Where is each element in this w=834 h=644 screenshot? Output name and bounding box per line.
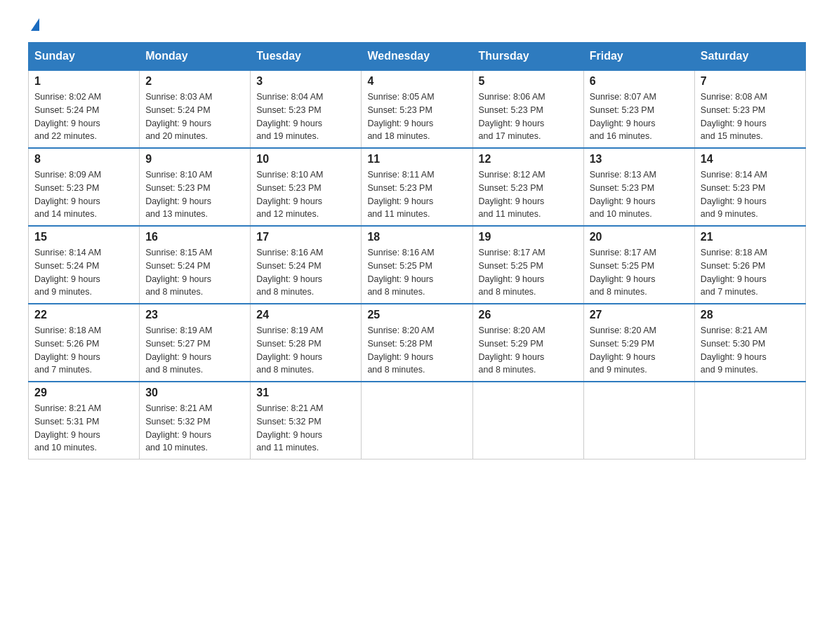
day-number: 10 (256, 153, 355, 166)
day-number: 2 (145, 75, 244, 88)
day-number: 16 (145, 231, 244, 243)
calendar-cell: 15Sunrise: 8:14 AMSunset: 5:24 PMDayligh… (29, 226, 140, 304)
day-number: 27 (590, 309, 689, 321)
day-info: Sunrise: 8:21 AMSunset: 5:30 PMDaylight:… (701, 324, 800, 377)
calendar-cell: 24Sunrise: 8:19 AMSunset: 5:28 PMDayligh… (251, 304, 362, 382)
calendar-cell: 23Sunrise: 8:19 AMSunset: 5:27 PMDayligh… (140, 304, 251, 382)
day-info: Sunrise: 8:12 AMSunset: 5:23 PMDaylight:… (479, 168, 578, 221)
day-number: 1 (34, 75, 133, 88)
day-number: 26 (479, 309, 578, 321)
calendar-cell: 30Sunrise: 8:21 AMSunset: 5:32 PMDayligh… (140, 382, 251, 459)
day-number: 14 (701, 153, 800, 166)
day-number: 21 (701, 231, 800, 243)
day-info: Sunrise: 8:17 AMSunset: 5:25 PMDaylight:… (590, 246, 689, 299)
calendar-cell: 22Sunrise: 8:18 AMSunset: 5:26 PMDayligh… (29, 304, 140, 382)
calendar-cell: 18Sunrise: 8:16 AMSunset: 5:25 PMDayligh… (362, 226, 472, 304)
col-header-monday: Monday (140, 43, 251, 71)
calendar-cell: 13Sunrise: 8:13 AMSunset: 5:23 PMDayligh… (583, 148, 694, 226)
calendar-cell: 6Sunrise: 8:07 AMSunset: 5:23 PMDaylight… (583, 70, 694, 148)
col-header-tuesday: Tuesday (251, 43, 362, 71)
day-info: Sunrise: 8:18 AMSunset: 5:26 PMDaylight:… (34, 324, 133, 377)
calendar-cell: 9Sunrise: 8:10 AMSunset: 5:23 PMDaylight… (140, 148, 251, 226)
day-info: Sunrise: 8:08 AMSunset: 5:23 PMDaylight:… (701, 90, 800, 143)
calendar-cell: 2Sunrise: 8:03 AMSunset: 5:24 PMDaylight… (140, 70, 251, 148)
day-info: Sunrise: 8:19 AMSunset: 5:28 PMDaylight:… (256, 324, 355, 377)
day-info: Sunrise: 8:16 AMSunset: 5:25 PMDaylight:… (367, 246, 466, 299)
day-number: 8 (34, 153, 133, 166)
week-row-5: 29Sunrise: 8:21 AMSunset: 5:31 PMDayligh… (29, 382, 806, 459)
week-row-4: 22Sunrise: 8:18 AMSunset: 5:26 PMDayligh… (29, 304, 806, 382)
day-number: 3 (256, 75, 355, 88)
day-info: Sunrise: 8:19 AMSunset: 5:27 PMDaylight:… (145, 324, 244, 377)
calendar-cell: 7Sunrise: 8:08 AMSunset: 5:23 PMDaylight… (694, 70, 805, 148)
day-info: Sunrise: 8:11 AMSunset: 5:23 PMDaylight:… (367, 168, 466, 221)
calendar-cell: 10Sunrise: 8:10 AMSunset: 5:23 PMDayligh… (251, 148, 362, 226)
calendar-cell: 21Sunrise: 8:18 AMSunset: 5:26 PMDayligh… (694, 226, 805, 304)
day-info: Sunrise: 8:14 AMSunset: 5:24 PMDaylight:… (34, 246, 133, 299)
day-number: 28 (701, 309, 800, 321)
day-number: 19 (479, 231, 578, 243)
day-number: 5 (479, 75, 578, 88)
day-info: Sunrise: 8:20 AMSunset: 5:29 PMDaylight:… (479, 324, 578, 377)
calendar-cell: 27Sunrise: 8:20 AMSunset: 5:29 PMDayligh… (583, 304, 694, 382)
calendar-cell: 31Sunrise: 8:21 AMSunset: 5:32 PMDayligh… (251, 382, 362, 459)
day-info: Sunrise: 8:20 AMSunset: 5:28 PMDaylight:… (367, 324, 466, 377)
logo-triangle-icon (31, 18, 39, 31)
col-header-thursday: Thursday (472, 43, 583, 71)
calendar-cell (694, 382, 805, 459)
day-info: Sunrise: 8:10 AMSunset: 5:23 PMDaylight:… (256, 168, 355, 221)
calendar-cell: 8Sunrise: 8:09 AMSunset: 5:23 PMDaylight… (29, 148, 140, 226)
day-number: 25 (367, 309, 466, 321)
day-number: 23 (145, 309, 244, 321)
day-number: 18 (367, 231, 466, 243)
day-info: Sunrise: 8:18 AMSunset: 5:26 PMDaylight:… (701, 246, 800, 299)
header (28, 21, 806, 28)
day-number: 9 (145, 153, 244, 166)
calendar-cell: 14Sunrise: 8:14 AMSunset: 5:23 PMDayligh… (694, 148, 805, 226)
week-row-3: 15Sunrise: 8:14 AMSunset: 5:24 PMDayligh… (29, 226, 806, 304)
day-info: Sunrise: 8:20 AMSunset: 5:29 PMDaylight:… (590, 324, 689, 377)
col-header-sunday: Sunday (29, 43, 140, 71)
day-info: Sunrise: 8:16 AMSunset: 5:24 PMDaylight:… (256, 246, 355, 299)
day-info: Sunrise: 8:15 AMSunset: 5:24 PMDaylight:… (145, 246, 244, 299)
day-info: Sunrise: 8:02 AMSunset: 5:24 PMDaylight:… (34, 90, 133, 143)
calendar-cell: 28Sunrise: 8:21 AMSunset: 5:30 PMDayligh… (694, 304, 805, 382)
day-number: 4 (367, 75, 466, 88)
col-header-wednesday: Wednesday (362, 43, 472, 71)
calendar-cell: 19Sunrise: 8:17 AMSunset: 5:25 PMDayligh… (472, 226, 583, 304)
day-info: Sunrise: 8:03 AMSunset: 5:24 PMDaylight:… (145, 90, 244, 143)
day-info: Sunrise: 8:07 AMSunset: 5:23 PMDaylight:… (590, 90, 689, 143)
calendar-cell: 17Sunrise: 8:16 AMSunset: 5:24 PMDayligh… (251, 226, 362, 304)
day-info: Sunrise: 8:05 AMSunset: 5:23 PMDaylight:… (367, 90, 466, 143)
logo (28, 21, 39, 28)
calendar-table: SundayMondayTuesdayWednesdayThursdayFrid… (28, 42, 806, 459)
col-header-saturday: Saturday (694, 43, 805, 71)
day-number: 11 (367, 153, 466, 166)
calendar-cell: 25Sunrise: 8:20 AMSunset: 5:28 PMDayligh… (362, 304, 472, 382)
day-number: 30 (145, 387, 244, 399)
day-number: 12 (479, 153, 578, 166)
calendar-cell: 12Sunrise: 8:12 AMSunset: 5:23 PMDayligh… (472, 148, 583, 226)
day-info: Sunrise: 8:10 AMSunset: 5:23 PMDaylight:… (145, 168, 244, 221)
calendar-cell: 16Sunrise: 8:15 AMSunset: 5:24 PMDayligh… (140, 226, 251, 304)
day-number: 29 (34, 387, 133, 399)
day-info: Sunrise: 8:21 AMSunset: 5:31 PMDaylight:… (34, 402, 133, 455)
calendar-cell: 29Sunrise: 8:21 AMSunset: 5:31 PMDayligh… (29, 382, 140, 459)
calendar-cell (583, 382, 694, 459)
day-info: Sunrise: 8:09 AMSunset: 5:23 PMDaylight:… (34, 168, 133, 221)
calendar-cell: 3Sunrise: 8:04 AMSunset: 5:23 PMDaylight… (251, 70, 362, 148)
day-number: 6 (590, 75, 689, 88)
calendar-cell: 26Sunrise: 8:20 AMSunset: 5:29 PMDayligh… (472, 304, 583, 382)
calendar-cell: 4Sunrise: 8:05 AMSunset: 5:23 PMDaylight… (362, 70, 472, 148)
day-number: 17 (256, 231, 355, 243)
day-number: 15 (34, 231, 133, 243)
day-info: Sunrise: 8:04 AMSunset: 5:23 PMDaylight:… (256, 90, 355, 143)
calendar-cell (472, 382, 583, 459)
week-row-1: 1Sunrise: 8:02 AMSunset: 5:24 PMDaylight… (29, 70, 806, 148)
day-number: 24 (256, 309, 355, 321)
col-header-friday: Friday (583, 43, 694, 71)
day-info: Sunrise: 8:06 AMSunset: 5:23 PMDaylight:… (479, 90, 578, 143)
calendar-cell: 20Sunrise: 8:17 AMSunset: 5:25 PMDayligh… (583, 226, 694, 304)
calendar-header-row: SundayMondayTuesdayWednesdayThursdayFrid… (29, 43, 806, 71)
day-info: Sunrise: 8:21 AMSunset: 5:32 PMDaylight:… (145, 402, 244, 455)
